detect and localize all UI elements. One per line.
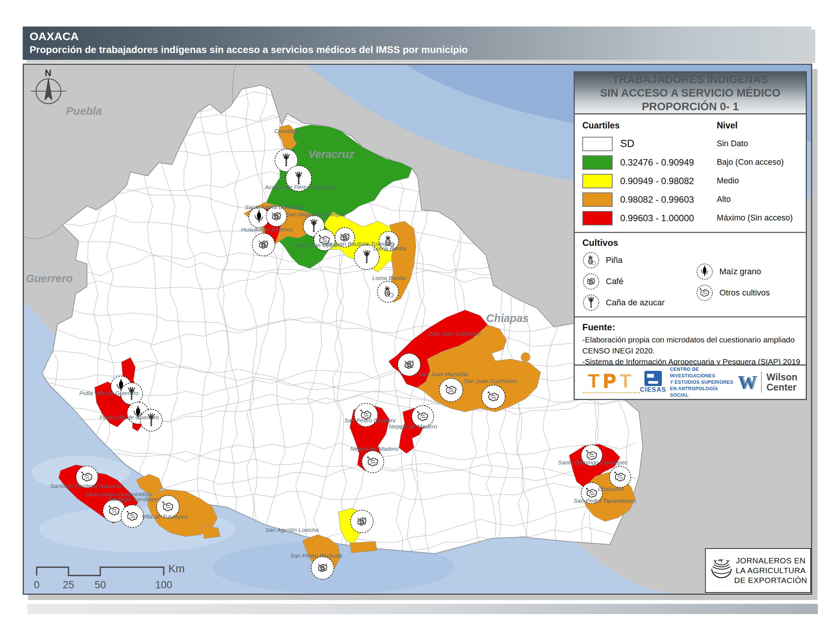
scale-tick-label: 50 <box>95 579 106 591</box>
legend-class-row: 0.98082 - 0.99603Alto <box>582 190 798 209</box>
pina-crop-icon <box>378 281 399 302</box>
scale-unit: Km <box>168 563 184 575</box>
scale-tick-label: 0 <box>34 579 39 591</box>
legend-range: 0.98082 - 0.99603 <box>620 194 717 205</box>
municipality-label: San Juan Mazatlán <box>418 371 468 377</box>
state-label: Puebla <box>66 105 102 117</box>
jornaleros-text-line: JORNALEROS EN <box>736 556 806 565</box>
maiz-crop-icon <box>249 207 269 228</box>
page: OAXACA Proporción de trabajadores indíge… <box>0 0 833 644</box>
municipality-label: Santiago Jamiltepec <box>108 496 161 502</box>
map-frame: PueblaVeracruzGuerreroChiapas CosolapaAc… <box>23 64 812 595</box>
jornaleros-field-icon <box>709 553 734 588</box>
legend-cuartiles-section: Cuartiles Nivel SDSin Dato0.32476 - 0.90… <box>575 114 806 232</box>
municipality-label: Putla Villa de Guerrero <box>100 414 159 420</box>
legend-swatch <box>582 211 613 225</box>
logos-panel: TPT CIESAS CENTRO DE INVESTIGACIONESY ES… <box>574 364 807 400</box>
cultivo-label: Maíz grano <box>719 267 761 277</box>
otros-icon <box>696 284 713 301</box>
legend-title: TRABAJADORES INDÍGENAS SIN ACCESO A SERV… <box>574 71 807 114</box>
legend-swatch <box>582 137 613 151</box>
legend-title-line: SIN ACCESO A SERVICIO MÉDICO <box>575 86 806 100</box>
cafe-crop-icon <box>351 510 373 533</box>
municipality-label: San Juan Cotzocón <box>429 330 481 337</box>
wilson-divider <box>761 372 762 393</box>
wilson-center-logo: W WilsonCenter <box>738 372 798 393</box>
municipality-label: San Pedro Pochutla <box>290 552 342 559</box>
municipality-label: San Juan Guichicovi <box>463 378 517 384</box>
cultivo-row: Caña de azucar <box>582 294 696 312</box>
legend-class-row: 0.90949 - 0.98082Medio <box>582 172 798 190</box>
cafe-crop-icon <box>311 557 334 579</box>
municipality-label: Villa de Tututepec <box>142 513 188 520</box>
state-label: Veracruz <box>308 148 354 160</box>
map-subtitle: Proporción de trabajadores indígenas sin… <box>29 43 811 56</box>
ciesas-icon <box>645 371 662 386</box>
cultivo-label: Otros cultivos <box>719 288 770 298</box>
legend-nivel: Alto <box>717 195 798 204</box>
cultivos-header: Cultivos <box>582 237 798 251</box>
ciesas-text-line: CENTRO DE INVESTIGACIONES <box>670 366 738 379</box>
municipality-label: Acatlán de Pérez Figueroa <box>264 184 334 190</box>
cultivo-row: Otros cultivos <box>696 284 770 302</box>
state-label: Chiapas <box>486 312 529 324</box>
tpt-tagline <box>583 392 640 393</box>
legend-range: 0.90949 - 0.98082 <box>620 176 717 187</box>
municipality-label: Huautla de Jiménez <box>241 226 293 233</box>
cafe-icon <box>582 273 600 290</box>
region-alto <box>521 353 530 362</box>
legend-fuente-section: Fuente: -Elaboración propia con microdat… <box>575 316 806 372</box>
legend-panel: TRABAJADORES INDÍGENAS SIN ACCESO A SERV… <box>574 71 807 373</box>
maiz-icon <box>696 263 713 280</box>
legend-swatch <box>582 174 613 188</box>
legend-range: 0.99603 - 1.00000 <box>620 213 717 224</box>
cultivo-label: Caña de azucar <box>606 298 664 308</box>
scale-tick-label: 100 <box>155 579 172 591</box>
cultivo-label: Café <box>606 277 623 287</box>
legend-range: 0.32476 - 0.90949 <box>620 157 717 168</box>
wilson-w-mark: W <box>738 373 756 392</box>
scale-tick-label: 25 <box>63 579 74 591</box>
cafe-crop-icon <box>252 233 275 256</box>
legend-nivel: Bajo (Con acceso) <box>717 158 798 167</box>
otros-crop-icon <box>362 451 384 473</box>
municipality-label: Loma Bonita <box>372 275 405 281</box>
wilson-text-line: Wilson <box>766 372 798 382</box>
cana-icon <box>582 294 600 311</box>
legend-class-row: 0.32476 - 0.90949Bajo (Con acceso) <box>582 153 798 172</box>
north-label: N <box>45 68 51 78</box>
pina-icon <box>582 251 600 269</box>
tpt-logo: TPT <box>583 372 640 393</box>
jornaleros-badge: JORNALEROS ENLA AGRICULTURADE EXPORTACIÓ… <box>705 548 811 593</box>
legend-class-row: SDSin Dato <box>582 134 798 153</box>
cafe-crop-icon <box>398 353 421 376</box>
legend-nivel: Medio <box>717 176 798 186</box>
ciesas-text-line: EN ANTROPOLOGÍA SOCIAL <box>670 386 738 399</box>
legend-swatch <box>582 192 613 207</box>
otros-crop-icon <box>482 385 505 409</box>
municipality-label: San Miguel Soyaltepec <box>286 211 346 217</box>
municipality-label: San Agustín Loxicha <box>265 526 319 533</box>
municipality-label: Chahuites <box>598 486 624 492</box>
cultivo-row: Maíz grano <box>696 262 770 281</box>
otros-crop-icon <box>121 505 144 528</box>
fuente-line: -Elaboración propia con microdatos del c… <box>582 334 798 345</box>
otros-crop-icon <box>439 378 463 402</box>
map-state-title: OAXACA <box>29 29 811 43</box>
jornaleros-text-line: LA AGRICULTURA <box>736 565 806 575</box>
legend-nivel: Sin Dato <box>717 139 798 148</box>
municipality-label: Santo Domingo Zanatepec <box>558 459 628 465</box>
municipality-label: Nejapa de Madero <box>350 446 399 452</box>
cultivo-row: Piña <box>582 251 696 269</box>
municipality-label: Putla Villa de Guerrero <box>79 390 139 397</box>
legend-swatch <box>582 155 613 170</box>
legend-cultivos-section: Cultivos PiñaCaféCaña de azucar Maíz gra… <box>575 232 806 316</box>
legend-nivel: Máximo (Sin acceso) <box>717 213 798 223</box>
municipality-label: Santa María Chilchotla <box>245 204 304 210</box>
wilson-text-line: Center <box>766 382 798 393</box>
ciesas-acronym: CIESAS <box>640 386 666 394</box>
region-alto <box>202 526 220 539</box>
state-label: Guerrero <box>26 272 73 285</box>
legend-title-line: TRABAJADORES INDÍGENAS <box>575 72 806 86</box>
otros-crop-icon <box>609 466 631 488</box>
